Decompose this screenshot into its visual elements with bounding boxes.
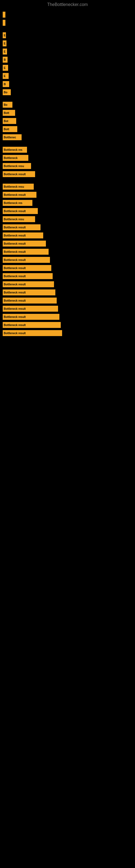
gap-spacer — [3, 179, 135, 183]
bar: Bottleneck result — [3, 289, 55, 296]
bar-row: Bottleneck result — [3, 272, 135, 280]
bar-label: Bo — [4, 103, 7, 106]
bar-label: Bottleneck result — [4, 267, 26, 270]
bar-label: Bottleneck result — [4, 323, 26, 327]
bar-label: E — [4, 42, 6, 45]
bar: Bottlenec — [3, 134, 21, 140]
bar: Bottleneck res — [3, 200, 32, 206]
bar-label: Bottleneck res — [4, 148, 22, 151]
bar: Bott — [3, 110, 15, 116]
bar-row: Bottleneck result — [3, 305, 135, 312]
bar-row: Bottleneck result — [3, 207, 135, 215]
bar-row — [3, 19, 135, 27]
bar-label: Bottleneck result — [4, 299, 26, 302]
bar: E — [3, 40, 6, 46]
bar: Bottleneck result — [3, 171, 35, 177]
bar-row: Bottleneck result — [3, 223, 135, 231]
bar: Bottleneck resu — [3, 163, 31, 169]
bar-label: Bottleneck result — [4, 291, 26, 294]
bar — [3, 20, 5, 26]
bar-row: E — [3, 48, 135, 55]
bar-label: Bottleneck result — [4, 275, 26, 278]
bar-row: Bot — [3, 117, 135, 125]
bar-row: Bottleneck result — [3, 191, 135, 198]
bar-label: E — [4, 50, 6, 53]
bar: Bott — [3, 126, 17, 132]
bar-row — [3, 11, 135, 19]
bar-label: Bottleneck resu — [4, 218, 24, 221]
bar-row: Bottleneck res — [3, 199, 135, 207]
bar-label: Bottleneck result — [4, 242, 26, 245]
bar-row: Bottleneck result — [3, 248, 135, 255]
bar-row: Bottleneck result — [3, 321, 135, 329]
bar-label: Bott — [4, 112, 9, 115]
bar-label: E — [4, 66, 6, 69]
gap-spacer — [3, 142, 135, 146]
bar-label: Bo — [4, 91, 7, 94]
bar-row: Bottleneck result — [3, 289, 135, 296]
bar: Bottleneck result — [3, 281, 54, 287]
bar-label: Bottleneck result — [4, 332, 26, 335]
bar: Bottleneck result — [3, 322, 61, 328]
bar-label: B — [4, 58, 6, 61]
bar-row: Bottlenec — [3, 133, 135, 141]
bar: Bo — [3, 102, 12, 108]
bar: Bottleneck result — [3, 257, 50, 263]
bar: Bottleneck result — [3, 314, 59, 320]
bar-row: Bo — [3, 88, 135, 96]
bar-label: Bottleneck result — [4, 234, 26, 237]
bar-row: Bottleneck result — [3, 170, 135, 178]
bar-row: Bottleneck result — [3, 264, 135, 272]
bar-row: E — [3, 72, 135, 80]
bar-label: Bottleneck result — [4, 283, 26, 286]
bar-row: Bottleneck res — [3, 146, 135, 154]
bar: Bottleneck resu — [3, 216, 35, 222]
bar: Bottleneck resu — [3, 184, 34, 190]
bar-label: Bottleneck resu — [4, 165, 24, 167]
bar-row: Bottleneck result — [3, 240, 135, 247]
bar: E — [3, 65, 8, 71]
bar: E — [3, 32, 6, 38]
gap-spacer — [3, 97, 135, 101]
bar: Bot — [3, 118, 16, 124]
bar: Bottleneck — [3, 155, 28, 161]
bar: Bottleneck result — [3, 273, 53, 279]
bar: Bottleneck result — [3, 208, 38, 214]
bar: Bottleneck result — [3, 298, 57, 304]
bar — [3, 12, 5, 18]
bar-label: E — [4, 34, 6, 37]
bar: Bottleneck result — [3, 192, 37, 198]
bar-label: Bottleneck res — [4, 202, 22, 205]
bar-label: Bottleneck result — [4, 258, 26, 261]
bar-row: Bo — [3, 101, 135, 108]
bar-label: Bottleneck result — [4, 210, 26, 213]
bar: E — [3, 49, 7, 55]
bar-label: Bott — [4, 128, 9, 131]
bar-row: Bottleneck result — [3, 313, 135, 321]
bar-row: E — [3, 40, 135, 47]
bar-row: Bottleneck resu — [3, 215, 135, 223]
site-title: TheBottlenecker.com — [0, 0, 135, 8]
bar-label: Bottlenec — [4, 136, 16, 139]
bar: Bottleneck result — [3, 265, 51, 271]
bar-row: B — [3, 80, 135, 88]
bar: E — [3, 73, 9, 79]
bar: Bottleneck result — [3, 232, 43, 239]
bar: B — [3, 57, 8, 63]
bar: Bottleneck result — [3, 330, 62, 336]
bar-row: B — [3, 56, 135, 63]
bar-row: Bottleneck resu — [3, 183, 135, 190]
bar-row: Bott — [3, 109, 135, 117]
bar: Bottleneck result — [3, 224, 41, 230]
bar-row: E — [3, 64, 135, 72]
bar-row: Bott — [3, 125, 135, 133]
bar-label: Bottleneck resu — [4, 185, 24, 188]
bar-label: Bottleneck result — [4, 250, 26, 253]
bar: Bottleneck result — [3, 241, 46, 247]
bar-row: Bottleneck result — [3, 280, 135, 288]
bar-label: Bottleneck result — [4, 315, 26, 318]
bar: B — [3, 81, 9, 87]
bar: Bottleneck result — [3, 306, 58, 312]
bar-label: Bot — [4, 120, 8, 123]
bar-row: Bottleneck result — [3, 297, 135, 304]
